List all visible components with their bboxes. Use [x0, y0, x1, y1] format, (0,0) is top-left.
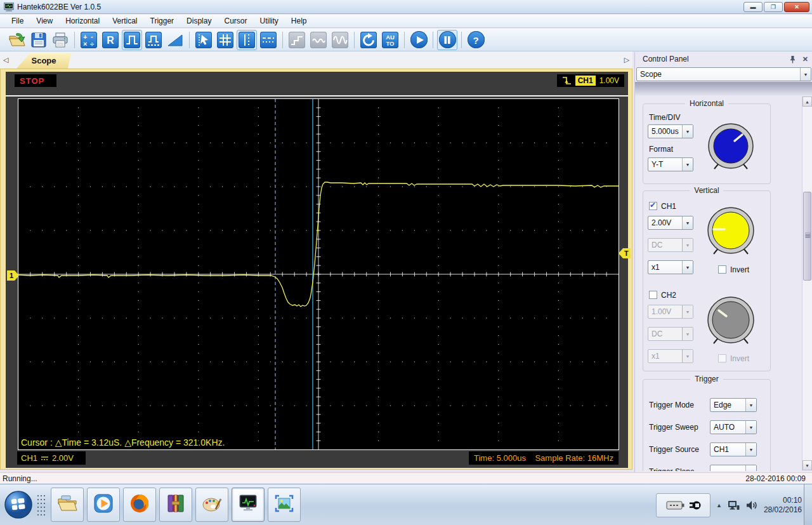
menu-vertical[interactable]: Vertical: [106, 15, 143, 27]
scrollbar-thumb[interactable]: [803, 192, 811, 281]
start-icon[interactable]: [409, 30, 429, 50]
horizontal-cursor-icon[interactable]: [258, 30, 278, 50]
time-div-label: Time/DIV: [649, 113, 681, 122]
taskbar-winrar[interactable]: [159, 488, 192, 522]
menu-bar: FileViewHorizontalVerticalTriggerDisplay…: [0, 15, 812, 28]
ch1-volts-select[interactable]: 2.00V▼: [648, 216, 693, 230]
chevron-down-icon: ▼: [682, 216, 693, 229]
minimize-button[interactable]: ▬: [743, 2, 763, 12]
scope-icon: [238, 494, 258, 515]
reference-wave-icon[interactable]: R: [100, 30, 121, 50]
horizontal-knob[interactable]: [706, 121, 756, 174]
menu-view[interactable]: View: [30, 15, 59, 27]
taskbar-image-viewer[interactable]: [268, 488, 301, 522]
pulse-wave-icon[interactable]: [122, 30, 142, 50]
ch2-coupling-value: DC: [648, 328, 682, 340]
math-icon[interactable]: +-×÷: [79, 30, 99, 50]
trigger-slope-select[interactable]: ▼: [710, 465, 757, 471]
ch2-coupling-select: DC▼: [648, 327, 693, 341]
trigger-source-select[interactable]: CH1▼: [710, 442, 757, 456]
taskbar-paint[interactable]: [195, 488, 228, 522]
restore-button[interactable]: ❐: [764, 2, 783, 12]
speaker-icon[interactable]: [745, 500, 758, 511]
menu-trigger[interactable]: Trigger: [144, 15, 181, 27]
dc-coupling-icon: [41, 455, 49, 461]
grid-cursor-icon[interactable]: [215, 30, 235, 50]
control-panel: Control Panel ✕ Scope ▼ Horizontal Time/…: [634, 52, 812, 473]
scroll-down-icon[interactable]: ▼: [802, 460, 812, 470]
format-select[interactable]: Y-T▼: [648, 157, 693, 171]
time-div-select[interactable]: 5.000us▼: [648, 124, 693, 138]
toolbar-separator: [74, 32, 75, 48]
menu-utility[interactable]: Utility: [253, 15, 284, 27]
menu-file[interactable]: File: [5, 15, 30, 27]
show-desktop-button[interactable]: [804, 484, 812, 525]
pulse-baseline-icon[interactable]: [143, 30, 164, 50]
status-text: Running...: [0, 474, 37, 483]
ch2-volts-value: 1.00V: [648, 305, 682, 318]
chevron-down-icon: ▼: [800, 68, 811, 81]
taskbar-oscilloscope[interactable]: [232, 488, 265, 522]
svg-text:AU: AU: [386, 33, 395, 40]
panel-mode-select[interactable]: Scope ▼: [636, 67, 811, 81]
chevron-down-icon: ▼: [682, 328, 693, 340]
ch1-volts-value: 2.00V: [648, 216, 682, 229]
readout-time: Time: 5.000us: [474, 453, 526, 463]
print-icon[interactable]: [50, 30, 70, 50]
tab-bar: ◁ Scope ▷: [0, 51, 632, 69]
hidden-icons-icon[interactable]: ▲: [716, 502, 722, 508]
graticule[interactable]: Cursor : △Time = 3.12uS. △Frequency = 32…: [18, 98, 619, 450]
winrar-icon: [166, 494, 186, 515]
track-cursor-icon[interactable]: [193, 30, 214, 50]
trigger-mode-value: Edge: [710, 399, 745, 411]
battery-indicator[interactable]: [656, 493, 710, 517]
scope-display: STOP CH1 1.00V Cursor : △Time = 3.12uS. …: [0, 69, 632, 470]
trigger-sweep-select[interactable]: AUTO▼: [710, 420, 757, 434]
ch1-probe-select[interactable]: x1▼: [648, 260, 693, 274]
help-icon[interactable]: ?: [466, 30, 486, 50]
ch1-checkbox[interactable]: [649, 202, 657, 210]
viewer-icon: [274, 494, 294, 515]
taskbar-firefox[interactable]: [123, 488, 156, 522]
ch2-checkbox[interactable]: [649, 291, 657, 299]
taskbar-explorer[interactable]: [51, 488, 84, 522]
vertical-cursor-icon[interactable]: [237, 30, 257, 50]
svg-text:?: ?: [473, 35, 478, 46]
menu-cursor[interactable]: Cursor: [218, 15, 253, 27]
panel-scrollbar[interactable]: ▲ ▼: [802, 96, 812, 471]
pin-icon[interactable]: [789, 55, 796, 63]
menu-display[interactable]: Display: [180, 15, 218, 27]
panel-close-icon[interactable]: ✕: [802, 55, 808, 63]
trigger-level-marker[interactable]: T: [619, 248, 631, 258]
save-icon[interactable]: [29, 30, 49, 50]
trigger-mode-select[interactable]: Edge▼: [710, 398, 757, 412]
app-icon: [4, 3, 14, 11]
ch1-knob[interactable]: [705, 204, 757, 259]
scroll-up-icon[interactable]: ▲: [802, 96, 812, 107]
ch1-coupling-value: DC: [648, 239, 682, 251]
control-panel-body: Horizontal Time/DIV 5.000us▼ Format Y-T▼…: [635, 96, 812, 471]
tab-scroll-left-icon[interactable]: ◁: [1, 55, 10, 65]
toolbar-separator: [433, 32, 433, 48]
tab-scroll-right-icon[interactable]: ▷: [622, 55, 631, 65]
svg-text:×: ×: [83, 40, 87, 48]
pause-icon[interactable]: [437, 30, 457, 50]
taskbar-media-player[interactable]: [87, 488, 120, 522]
taskbar-clock[interactable]: 00:10 28/02/2016: [764, 496, 802, 515]
menu-help[interactable]: Help: [285, 15, 313, 27]
trigger-status-badge: CH1 1.00V: [557, 74, 624, 87]
start-button[interactable]: [4, 490, 33, 519]
auto-range-icon[interactable]: AUTO: [380, 30, 400, 50]
autoset-icon[interactable]: [358, 30, 379, 50]
ch1-invert-checkbox[interactable]: [718, 265, 726, 274]
open-icon[interactable]: [7, 30, 27, 50]
channel1-marker-label: 1: [10, 272, 13, 279]
menu-horizontal[interactable]: Horizontal: [59, 15, 106, 27]
chevron-down-icon: ▼: [682, 239, 693, 251]
tab-scope[interactable]: Scope: [16, 53, 71, 69]
ramp-icon[interactable]: [165, 30, 185, 50]
close-button[interactable]: ✕: [784, 2, 809, 12]
scope-client-area: STOP CH1 1.00V Cursor : △Time = 3.12uS. …: [6, 72, 628, 468]
network-icon[interactable]: [728, 500, 740, 511]
ch2-knob[interactable]: [705, 294, 757, 349]
